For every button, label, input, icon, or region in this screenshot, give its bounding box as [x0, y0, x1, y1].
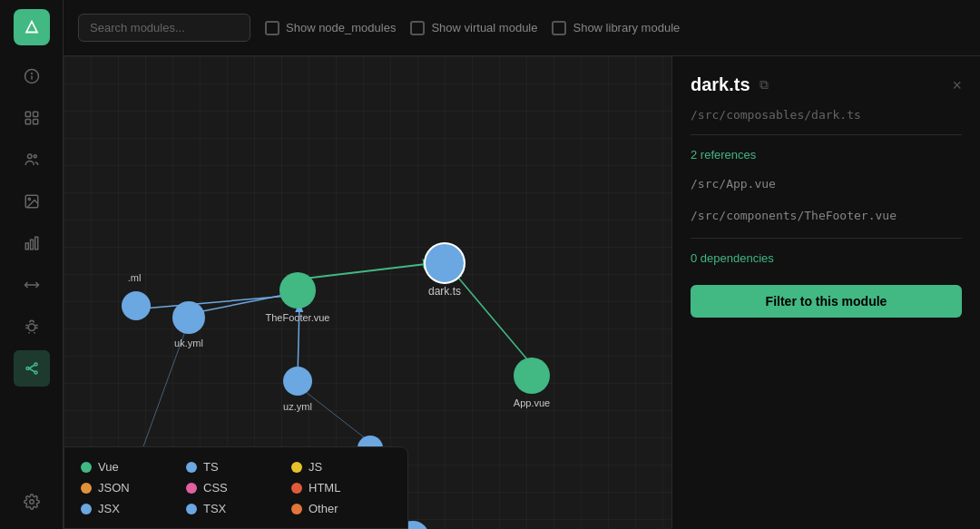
svg-line-31 — [143, 296, 289, 309]
legend-label: CSS — [203, 481, 228, 495]
sidebar-item-users[interactable] — [14, 142, 50, 178]
svg-line-26 — [29, 368, 34, 372]
legend-item-vue: Vue — [81, 460, 181, 474]
svg-point-42 — [122, 291, 151, 320]
legend-label: JSON — [98, 481, 130, 495]
panel-title: dark.ts — [691, 74, 750, 95]
legend-dot — [186, 483, 197, 494]
legend-dot — [81, 483, 92, 494]
legend-label: JSX — [98, 502, 120, 515]
svg-point-27 — [29, 500, 34, 505]
copy-icon[interactable]: ⧉ — [760, 77, 769, 93]
panel-path: /src/composables/dark.ts — [691, 108, 962, 122]
svg-text:dark.ts: dark.ts — [428, 285, 461, 298]
legend: VueTSJSJSONCSSHTMLJSXTSXOther — [64, 446, 408, 529]
sidebar-item-chart[interactable] — [14, 225, 50, 261]
svg-rect-5 — [25, 120, 30, 124]
legend-label: Vue — [98, 460, 119, 474]
node-modules-label: Show node_modules — [286, 21, 396, 34]
main-area: Show node_modules Show virtual module Sh… — [64, 0, 980, 529]
sidebar-item-modules[interactable] — [14, 100, 50, 136]
legend-dot — [291, 483, 302, 494]
reference-item-1[interactable]: /src/components/TheFooter.vue — [691, 206, 962, 225]
svg-point-8 — [34, 155, 36, 158]
svg-line-25 — [29, 365, 34, 368]
legend-dot — [81, 462, 92, 473]
legend-label: TS — [203, 460, 219, 474]
node-modules-toggle[interactable] — [265, 21, 279, 35]
sidebar-item-flow[interactable] — [14, 267, 50, 303]
legend-item-ts: TS — [186, 460, 286, 474]
legend-dot — [291, 462, 302, 473]
svg-text:App.vue: App.vue — [514, 397, 550, 408]
svg-point-38 — [279, 272, 316, 309]
search-input[interactable] — [78, 14, 250, 42]
virtual-module-label: Show virtual module — [431, 21, 537, 34]
filter-button[interactable]: Filter to this module — [691, 285, 962, 318]
svg-point-36 — [425, 243, 465, 283]
graph-canvas[interactable]: dark.ts TheFooter.vue uk.yml .ml uz.yml … — [64, 56, 980, 529]
library-module-label: Show library module — [573, 21, 680, 34]
svg-rect-6 — [33, 120, 37, 124]
virtual-module-toggle[interactable] — [410, 21, 425, 35]
svg-point-46 — [514, 358, 550, 394]
svg-rect-12 — [30, 240, 33, 250]
svg-point-22 — [26, 367, 29, 370]
detail-panel: dark.ts ⧉ × /src/composables/dark.ts 2 r… — [671, 56, 980, 529]
svg-point-10 — [28, 198, 30, 200]
legend-item-html: HTML — [291, 481, 391, 495]
library-module-toggle[interactable] — [552, 21, 566, 35]
show-library-module-checkbox[interactable]: Show library module — [552, 21, 680, 35]
svg-line-28 — [304, 263, 434, 279]
svg-text:uz.yml: uz.yml — [283, 401, 312, 412]
legend-item-css: CSS — [186, 481, 286, 495]
legend-item-jsx: JSX — [81, 502, 181, 515]
svg-line-29 — [454, 272, 532, 365]
close-button[interactable]: × — [952, 77, 962, 93]
legend-dot — [186, 462, 197, 473]
svg-text:TheFooter.vue: TheFooter.vue — [266, 312, 330, 323]
legend-label: HTML — [309, 481, 340, 495]
svg-text:uk.yml: uk.yml — [174, 338, 203, 348]
legend-label: Other — [309, 502, 338, 515]
sidebar-item-bug[interactable] — [14, 309, 50, 345]
legend-label: JS — [309, 460, 322, 474]
svg-point-44 — [283, 367, 312, 396]
legend-item-js: JS — [291, 460, 391, 474]
svg-text:.ml: .ml — [128, 272, 142, 283]
svg-rect-3 — [25, 112, 30, 116]
reference-item-0[interactable]: /src/App.vue — [691, 174, 962, 193]
svg-point-15 — [28, 324, 35, 331]
svg-point-24 — [34, 371, 37, 374]
divider-1 — [691, 134, 962, 135]
divider-2 — [691, 238, 962, 239]
svg-rect-13 — [34, 237, 37, 250]
svg-point-7 — [27, 154, 32, 159]
svg-point-40 — [172, 301, 205, 334]
legend-item-other: Other — [291, 502, 391, 515]
sidebar-item-info[interactable] — [14, 58, 50, 94]
sidebar — [0, 0, 64, 529]
legend-item-tsx: TSX — [186, 502, 286, 515]
app-logo[interactable] — [14, 9, 50, 45]
svg-point-23 — [34, 363, 37, 366]
panel-header: dark.ts ⧉ × — [691, 74, 962, 95]
show-virtual-module-checkbox[interactable]: Show virtual module — [410, 21, 537, 35]
legend-dot — [291, 504, 302, 514]
legend-item-json: JSON — [81, 481, 181, 495]
svg-rect-11 — [25, 243, 28, 250]
legend-dot — [81, 504, 92, 514]
show-node-modules-checkbox[interactable]: Show node_modules — [265, 21, 396, 35]
legend-label: TSX — [203, 502, 226, 515]
dependencies-title: 0 dependencies — [691, 251, 962, 265]
svg-rect-4 — [33, 112, 37, 116]
legend-dot — [186, 504, 197, 514]
references-title: 2 references — [691, 148, 962, 162]
svg-line-34 — [298, 386, 368, 440]
sidebar-item-settings[interactable] — [14, 484, 50, 520]
toolbar: Show node_modules Show virtual module Sh… — [64, 0, 980, 56]
sidebar-item-graph[interactable] — [14, 350, 50, 387]
sidebar-item-image[interactable] — [14, 183, 50, 220]
